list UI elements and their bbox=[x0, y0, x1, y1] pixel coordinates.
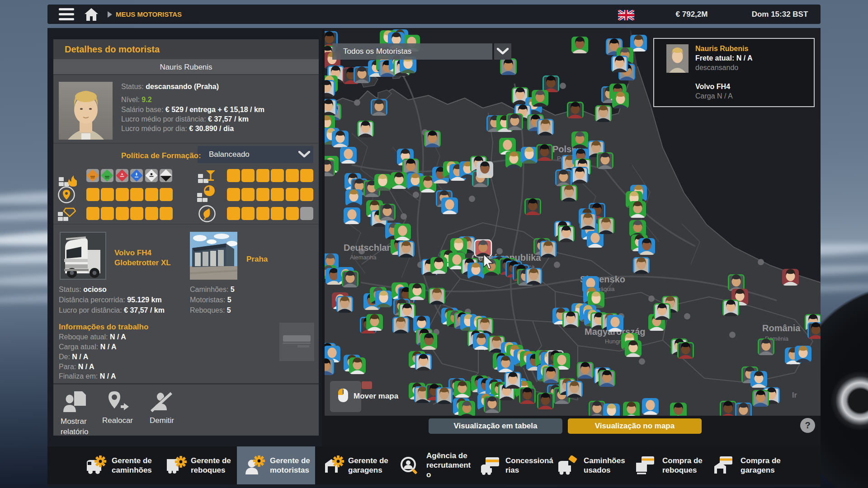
svg-text:Alemanha: Alemanha bbox=[350, 254, 377, 261]
svg-text:Deutschland: Deutschland bbox=[344, 243, 398, 253]
svg-text:Ir: Ir bbox=[792, 391, 797, 399]
svg-text:România: România bbox=[762, 323, 801, 333]
